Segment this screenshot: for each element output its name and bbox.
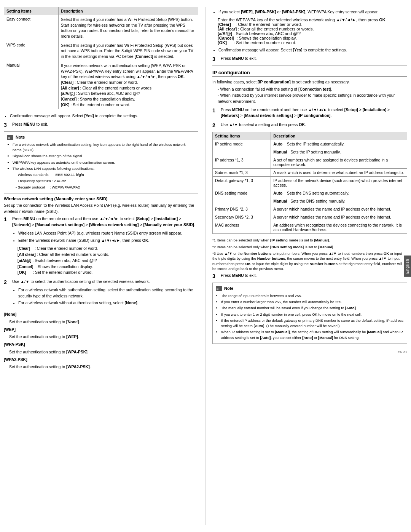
note-label: Note — [16, 134, 25, 141]
wep-bullet-list: If you select [WEP], [WPA-PSK] or [WPA2-… — [218, 9, 407, 15]
wep-text: Set the authentication setting to [WEP]. — [9, 334, 198, 340]
ip-case-1: When a connection failed with the settin… — [218, 86, 407, 93]
ip-setting-mode-auto-row: IP setting mode Auto Sets the IP setting… — [213, 140, 407, 148]
note-header: Note — [7, 134, 195, 141]
wpa-psk-text: Set the authentication setting to [WPA-P… — [9, 349, 198, 355]
wpa2-psk-heading: [WPA2-PSK] — [4, 357, 198, 363]
default-gateway-desc: IP address of the network device (such a… — [271, 177, 407, 189]
ip-note-item: If you want to enter 1 or 2 digit number… — [221, 312, 404, 317]
wep-heading: [WEP] — [4, 327, 198, 333]
ip-note-label: Note — [224, 285, 233, 292]
ip-config-cases: When a connection failed with the settin… — [218, 86, 407, 104]
note-item: - Frequency spectrum : 2.4GHz — [13, 178, 195, 184]
subnet-mask-row: Subnet mask *1, 3 A mask which is used t… — [213, 169, 407, 177]
secondary-dns-label: Secondary DNS *2, 3 — [213, 213, 271, 221]
ip-step-2: 2 Use ▲/▼ to select a setting and then p… — [212, 122, 407, 129]
mac-address-desc: An address which recognizes the devices … — [271, 221, 407, 234]
note-item: For a wireless network with authenticati… — [13, 142, 195, 153]
setting-desc-wps-code: Select this setting if your router has W… — [58, 41, 198, 61]
ip-step-3: 3 Press MENU to exit. — [212, 273, 407, 280]
note-item: Signal icon shows the strength of the si… — [13, 153, 195, 159]
wireless-intro: Set up the connection to the Wireless LA… — [4, 203, 198, 215]
mac-address-row: MAC address An address which recognizes … — [213, 221, 407, 234]
step-3-right: 3 Press MENU to exit. — [212, 56, 407, 62]
note-list: For a wireless network with authenticati… — [13, 142, 195, 190]
note-item: - Security protocol : WEP/WPA/WPA2 — [13, 185, 195, 190]
confirmation-item: Confirmation message will appear. Select… — [10, 113, 198, 119]
right-column: If you select [WEP], [WPA-PSK] or [WPA2-… — [206, 7, 407, 525]
setting-desc-easy-connect: Select this setting if your router has a… — [58, 15, 198, 41]
col-header-description: Description — [58, 7, 198, 15]
step2-sub-list: For a wireless network with authenticati… — [18, 287, 198, 306]
ip-note-icon — [216, 286, 222, 291]
ip-step-1: 1 Press MENU on the remote control and t… — [212, 107, 407, 119]
note-icon — [7, 135, 13, 140]
primary-dns-label: Primary DNS *2, 3 — [213, 205, 271, 213]
footnote-3: *3 Use ▲/▼ or the Number buttons to inpu… — [212, 251, 407, 271]
setting-item-manual: Manual — [4, 61, 59, 109]
ip-setting-mode-manual: Manual Sets the IP setting manually. — [271, 148, 407, 156]
confirm-item-right: Confirmation message will appear. Select… — [218, 47, 407, 53]
setting-item-wps-code: WPS code — [4, 41, 59, 61]
note-item: - Wireless standards : IEEE 802.11 b/g/n — [13, 172, 195, 177]
wep-key-instructions: Enter the WEP/WPA key of the selected wi… — [218, 18, 407, 45]
setting-desc-manual: If your wireless network with authentica… — [58, 61, 198, 109]
primary-dns-row: Primary DNS *2, 3 A server which handles… — [213, 205, 407, 213]
subnet-mask-label: Subnet mask *1, 3 — [213, 169, 271, 177]
table-row: Manual If your wireless network with aut… — [4, 61, 198, 109]
dns-setting-mode-auto-row: DNS setting mode Auto Sets the DNS setti… — [213, 189, 407, 197]
table-row: Easy connect Select this setting if your… — [4, 15, 198, 41]
ip-note-item: If you enter a number larger than 255, t… — [221, 299, 404, 305]
default-gateway-row: Default gateway *1, 3 IP address of the … — [213, 177, 407, 189]
step-2-wireless: 2 Use ▲/▼ to select the authentication s… — [4, 279, 198, 308]
secondary-dns-row: Secondary DNS *2, 3 A server which handl… — [213, 213, 407, 221]
ip-note-box: Note The range of input numbers is betwe… — [212, 283, 407, 344]
left-column: Setting items Description Easy connect S… — [4, 7, 206, 525]
ip-address-row: IP address *1, 3 A set of numbers which … — [213, 156, 407, 169]
ip-address-desc: A set of numbers which are assigned to d… — [271, 156, 407, 169]
ip-setting-mode-label: IP setting mode — [213, 140, 271, 156]
ip-note-item: The manually entered number will be save… — [221, 305, 404, 311]
note-item: The wireless LAN supports following spec… — [13, 166, 195, 171]
primary-dns-desc: A server which handles the name and IP a… — [271, 205, 407, 213]
step1-sub-item: Enter the wireless network name (SSID) u… — [18, 238, 198, 244]
footnote-1: *1 Items can be selected only when [IP s… — [212, 238, 407, 243]
confirmation-list: Confirmation message will appear. Select… — [10, 113, 198, 119]
none-text: Set the authentication setting to [None]… — [9, 319, 198, 325]
ip-settings-table: Setting items Description IP setting mod… — [212, 132, 407, 234]
step1-sub-list: Wireless LAN Access Point (AP) (e.g. wir… — [18, 230, 198, 244]
footnote-2: *2 Items can be selected only when [DNS … — [212, 244, 407, 249]
wpa2-psk-text: Set the authentication setting to [WPA2-… — [9, 364, 198, 370]
subnet-mask-desc: A mask which is used to determine what s… — [271, 169, 407, 177]
ip-address-label: IP address *1, 3 — [213, 156, 271, 169]
wep-bullet-item: If you select [WEP], [WPA-PSK] or [WPA2-… — [218, 9, 407, 15]
dns-setting-mode-label: DNS setting mode — [213, 189, 271, 205]
ip-col-header-desc: Description — [271, 132, 407, 140]
step1-clear-list: [Clear] : Clear the entered number or wo… — [18, 246, 198, 276]
ip-note-list: The range of input numbers is between 0 … — [221, 293, 404, 340]
step2-sub-item: For a wireless network with authenticati… — [18, 287, 198, 299]
ip-config-heading: IP configuration — [212, 70, 407, 77]
secondary-dns-desc: A server which handles the name and IP a… — [271, 213, 407, 221]
step2-sub-item: For a wireless network without authentic… — [18, 300, 198, 306]
col-header-setting: Setting items — [4, 7, 59, 15]
none-heading: [None] — [4, 312, 198, 318]
ip-setting-mode-auto: Auto Sets the IP setting automatically. — [271, 140, 407, 148]
setting-item-easy-connect: Easy connect — [4, 15, 59, 41]
dns-setting-mode-manual: Manual Sets the DNS setting manually. — [271, 197, 407, 205]
page-number: EN 31 — [398, 350, 407, 354]
step1-sub-item: Wireless LAN Access Point (AP) (e.g. wir… — [18, 230, 198, 236]
mac-address-label: MAC address — [213, 221, 271, 234]
wpa-psk-heading: [WPA-PSK] — [4, 342, 198, 348]
language-tab: English — [404, 256, 411, 277]
default-gateway-label: Default gateway *1, 3 — [213, 177, 271, 189]
ip-note-item: The range of input numbers is between 0 … — [221, 293, 404, 299]
ip-note-header: Note — [216, 285, 404, 292]
step-1-wireless: 1 Press MENU on the remote control and t… — [4, 216, 198, 276]
confirm-bullet-right: Confirmation message will appear. Select… — [218, 47, 407, 53]
step-3-press-menu: 3 Press MENU to exit. — [4, 121, 198, 128]
dns-setting-mode-auto: Auto Sets the DNS setting automatically. — [271, 189, 407, 197]
ip-case-2: When instructed by your internet service… — [218, 93, 407, 105]
note-item: WEP/WPA key appears as asterisks on the … — [13, 160, 195, 165]
ip-config-intro: In following cases, select [IP configura… — [212, 79, 407, 85]
